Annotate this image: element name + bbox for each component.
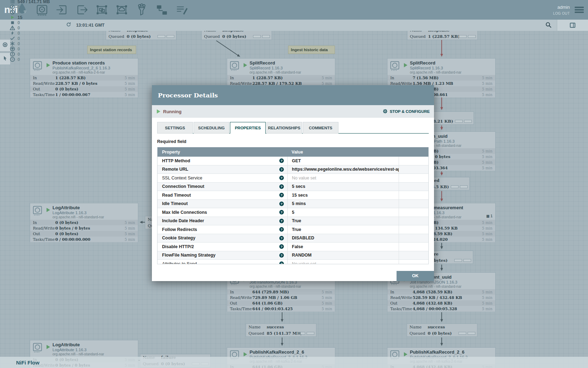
property-value[interactable]: No value set [287,260,399,264]
property-row[interactable]: Include Date Header?True [158,217,428,226]
help-icon[interactable]: ? [279,184,284,189]
processor-head: SplitRecordSplitRecord 1.16.3org.apache.… [227,59,335,75]
help-icon[interactable]: ? [279,219,284,223]
property-row[interactable]: Max Idle Connections?5 [158,208,428,217]
status-item: 15 [10,15,50,20]
processor-stat-row: Out4,068 (432.48 KB)5 min [387,300,495,306]
processor-bundle: org.apache.nifi - nifi-standard-nar [52,352,104,356]
property-row[interactable]: Read Timeout?15 secs [158,191,428,200]
property-value[interactable]: True [287,225,399,234]
property-row[interactable]: HTTP Method?GET [158,157,428,165]
help-icon[interactable]: ? [279,158,284,163]
property-row[interactable]: FlowFile Naming Strategy?RANDOM [158,251,428,260]
processor-stat-row: Read/Write729.89 MB / 1.06 GB5 min [227,295,335,300]
dialog-status-strip: Running STOP & CONFIGURE [152,105,434,118]
property-value[interactable]: RANDOM [287,251,399,260]
status-item-value: 0 [18,41,20,46]
property-value[interactable]: GET [287,157,399,165]
property-row-spacer [399,165,428,174]
last-refresh[interactable]: 13:01:41 GMT [66,22,104,28]
help-icon[interactable]: ? [279,176,284,180]
search-icon[interactable] [545,22,551,29]
stat-window: 5 min [322,290,335,294]
property-row[interactable]: Attributes to Send?No value set [158,260,428,264]
status-item-value: 0 [18,47,20,52]
logout-link[interactable]: LOG OUT [553,12,570,15]
help-icon[interactable]: ? [279,253,284,258]
processor-node[interactable]: Produce station recordsPublishKafkaRecor… [30,58,138,97]
label-icon[interactable] [175,4,188,16]
property-row[interactable]: Remote URL?https://www.pegelonline.wsv.d… [158,165,428,174]
output-port-icon[interactable] [76,4,88,16]
property-name: HTTP Method? [158,157,287,165]
stat-label: Out [387,301,413,306]
help-icon[interactable]: ? [279,236,284,240]
dialog-tabs: SETTINGSSCHEDULINGPROPERTIESRELATIONSHIP… [157,122,429,134]
processor-bundle: org.apache.nifi - nifi-standard-nar [410,70,461,74]
processor-type: SplitRecord 1.16.3 [250,66,283,70]
connection-label[interactable]: NamesuccessQueued0 (0 bytes) [407,323,477,337]
stat-value: 729.89 MB / 1.06 GB [252,295,297,300]
help-icon[interactable]: ? [279,202,284,206]
funnel-icon[interactable] [135,4,148,16]
remote-process-group-icon[interactable] [115,4,128,16]
processor-icon [33,343,42,355]
stat-label: In [387,290,413,294]
property-value[interactable]: https://www.pegelonline.wsv.de/webservic… [287,165,399,174]
status-item: 0 [10,52,50,57]
property-row-spacer [399,243,428,251]
property-value[interactable]: 5 mins [287,200,399,208]
connection-queued: 1 (228.57 KB) [428,34,460,39]
processor-stat-row: Out0 (0 bytes)5 min [30,231,138,237]
property-row[interactable]: SSL Context Service?No value set [158,174,428,183]
global-menu-icon[interactable] [575,6,584,14]
stat-window: 5 min [322,307,335,311]
tab-relationships[interactable]: RELATIONSHIPS [266,122,302,134]
stat-window: 5 min [125,232,138,236]
operate-palette[interactable] [0,53,10,65]
tab-scheduling[interactable]: SCHEDULING [194,122,229,134]
tab-properties[interactable]: PROPERTIES [230,122,266,134]
processor-stat-row: In0 (0 bytes)5 min [30,220,138,225]
property-value[interactable]: 15 secs [287,191,399,199]
property-row[interactable]: Cookie Strategy?DISABLED [158,234,428,243]
help-icon[interactable]: ? [279,244,284,249]
help-icon[interactable]: ? [279,227,284,232]
stop-and-configure-button[interactable]: STOP & CONFIGURE [383,109,430,115]
status-item: 0 [10,30,50,36]
connection-label[interactable]: NamesuccessQueued85 (141.37 MB) [246,323,316,337]
ok-button[interactable]: OK [397,271,434,281]
property-value[interactable]: 5 secs [287,183,399,191]
property-row[interactable]: Idle Timeout?5 mins [158,200,428,209]
property-value[interactable]: True [287,217,399,225]
help-icon[interactable]: ? [279,261,284,264]
running-icon [244,352,247,356]
template-icon[interactable] [155,4,168,16]
property-value[interactable]: False [287,243,399,251]
refresh-icon[interactable] [66,22,74,28]
status-item: 0 [10,25,50,30]
canvas-label[interactable]: Ingest historic data [288,46,335,54]
property-row[interactable]: Disable HTTP/2?False [158,243,428,251]
property-row[interactable]: Follow Redirects?True [158,225,428,234]
stat-value: 4,068 (432.48 KB) [413,301,452,306]
property-value[interactable]: 5 [287,208,399,217]
help-icon[interactable]: ? [279,193,284,197]
property-value[interactable]: DISABLED [287,234,399,243]
tab-settings[interactable]: SETTINGS [157,122,193,134]
process-group-icon[interactable] [96,4,108,16]
property-row[interactable]: Connection Timeout?5 secs [158,183,428,191]
status-item-value: 0 [18,36,20,41]
tab-comments[interactable]: COMMENTS [303,122,338,134]
help-icon[interactable]: ? [279,210,284,214]
status-item: 0 [10,36,50,41]
processor-node[interactable]: LogAttributeLogAttribute 1.16.3org.apach… [30,203,138,242]
panel-toggle-button[interactable] [557,20,588,31]
navigate-palette[interactable] [0,39,10,52]
stat-window: 5 min [125,93,138,97]
breadcrumb[interactable]: NiFi Flow [16,360,40,366]
property-value[interactable]: No value set [287,174,399,182]
processor-details-dialog: Processor Details Running STOP & CONFIGU… [152,85,434,281]
canvas-label[interactable]: Ingest station records [87,46,136,54]
help-icon[interactable]: ? [279,167,284,172]
